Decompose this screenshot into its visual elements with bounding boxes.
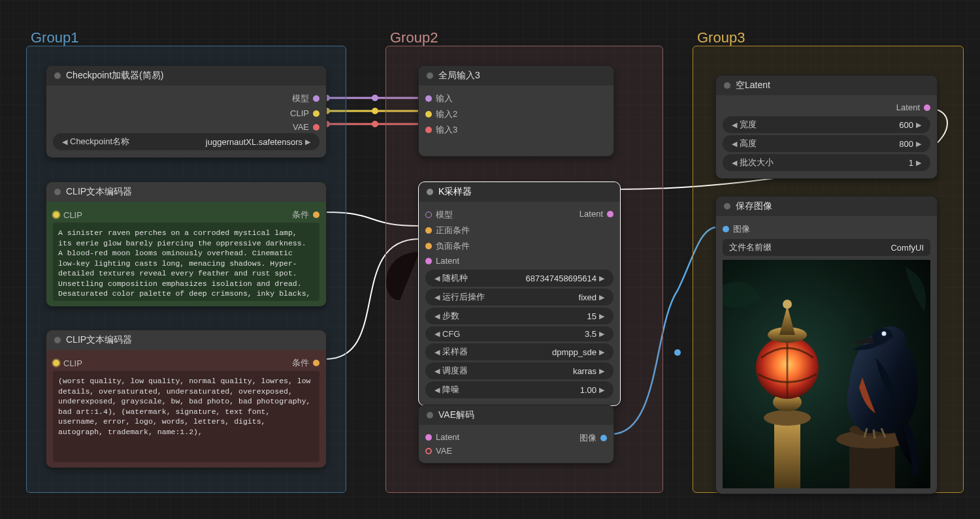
denoise-widget[interactable]: ◀降噪1.00▶ — [425, 381, 613, 398]
port-input-3[interactable]: 输入3 — [436, 124, 457, 136]
port-model-in[interactable]: 模型 — [436, 209, 453, 221]
filename-prefix-widget[interactable]: 文件名前缀 ComfyUI — [723, 239, 930, 256]
node-checkpoint-loader[interactable]: Checkpoint加载器(简易) 模型 CLIP VAE ◀ Checkpoi… — [46, 65, 327, 158]
port-clip-in[interactable]: CLIP — [63, 210, 82, 220]
node-vae-decode[interactable]: VAE解码 Latent VAE 图像 — [418, 405, 614, 464]
group-2-title: Group2 — [390, 29, 438, 46]
node-title: CLIP文本编码器 — [66, 334, 132, 346]
port-input-2[interactable]: 输入2 — [436, 108, 457, 120]
batch-widget[interactable]: ◀批次大小1▶ — [723, 154, 930, 171]
node-title: CLIP文本编码器 — [66, 186, 132, 198]
port-image-in[interactable]: 图像 — [733, 223, 750, 235]
node-global-input[interactable]: 全局输入3 输入 输入2 输入3 — [418, 65, 614, 157]
svg-point-3 — [372, 108, 378, 114]
port-clip-in[interactable]: CLIP — [63, 358, 82, 368]
port-latent-out[interactable]: Latent — [580, 209, 603, 219]
svg-point-9 — [764, 410, 811, 426]
port-cond-out[interactable]: 条件 — [292, 209, 309, 221]
prompt-text-negative[interactable]: (worst quality, low quality, normal qual… — [53, 371, 319, 462]
port-cond-out[interactable]: 条件 — [292, 357, 309, 369]
port-positive-in[interactable]: 正面条件 — [436, 225, 470, 236]
node-title: K采样器 — [438, 186, 472, 198]
port-latent-out[interactable]: Latent — [896, 102, 920, 112]
scheduler-widget[interactable]: ◀调度器karras▶ — [425, 362, 613, 379]
port-input-1[interactable]: 输入 — [436, 93, 453, 104]
node-title: Checkpoint加载器(简易) — [66, 70, 163, 82]
node-save-image[interactable]: 保存图像 图像 文件名前缀 ComfyUI — [715, 196, 938, 494]
port-clip-out[interactable]: CLIP — [290, 108, 309, 118]
svg-point-1 — [372, 95, 378, 101]
node-title: 全局输入3 — [438, 70, 480, 82]
group-1-title: Group1 — [31, 29, 78, 46]
node-clip-encode-negative[interactable]: CLIP文本编码器 CLIP 条件 (worst quality, low qu… — [46, 330, 327, 468]
port-image-out[interactable]: 图像 — [580, 432, 596, 444]
checkpoint-name-widget[interactable]: ◀ Checkpoint名称 juggernautXL.safetensors … — [53, 133, 319, 150]
node-empty-latent[interactable]: 空Latent Latent ◀宽度600▶ ◀高度800▶ ◀批次大小1▶ — [715, 75, 938, 179]
port-vae-in[interactable]: VAE — [436, 446, 452, 456]
node-title: 空Latent — [736, 80, 770, 91]
seed-widget[interactable]: ◀随机种687347458695614▶ — [425, 270, 613, 287]
svg-point-5 — [372, 121, 378, 127]
chevron-left-icon[interactable]: ◀ — [59, 138, 70, 146]
group-3-title: Group3 — [697, 29, 745, 46]
after-gen-widget[interactable]: ◀运行后操作fixed▶ — [425, 289, 613, 306]
image-preview — [723, 260, 930, 488]
port-latent-in[interactable]: Latent — [436, 432, 459, 442]
svg-point-6 — [674, 349, 681, 356]
width-widget[interactable]: ◀宽度600▶ — [723, 116, 930, 133]
steps-widget[interactable]: ◀步数15▶ — [425, 307, 613, 324]
node-clip-encode-positive[interactable]: CLIP文本编码器 CLIP 条件 A sinister raven perch… — [46, 181, 327, 307]
port-vae-out[interactable]: VAE — [293, 122, 309, 132]
height-widget[interactable]: ◀高度800▶ — [723, 135, 930, 152]
node-ksampler[interactable]: K采样器 模型 正面条件 负面条件 Latent Latent ◀随机种6873… — [418, 181, 621, 406]
svg-point-13 — [783, 300, 792, 309]
sampler-widget[interactable]: ◀采样器dpmpp_sde▶ — [425, 343, 613, 360]
cfg-widget[interactable]: ◀CFG3.5▶ — [425, 326, 613, 341]
svg-point-17 — [882, 332, 887, 336]
svg-rect-8 — [774, 417, 800, 488]
node-title: VAE解码 — [438, 409, 474, 421]
port-negative-in[interactable]: 负面条件 — [436, 240, 470, 252]
prompt-text-positive[interactable]: A sinister raven perches on a corroded m… — [53, 223, 319, 301]
port-latent-in[interactable]: Latent — [436, 256, 459, 266]
port-model-out[interactable]: 模型 — [292, 93, 309, 104]
chevron-right-icon[interactable]: ▶ — [302, 138, 313, 146]
node-title: 保存图像 — [736, 200, 772, 212]
